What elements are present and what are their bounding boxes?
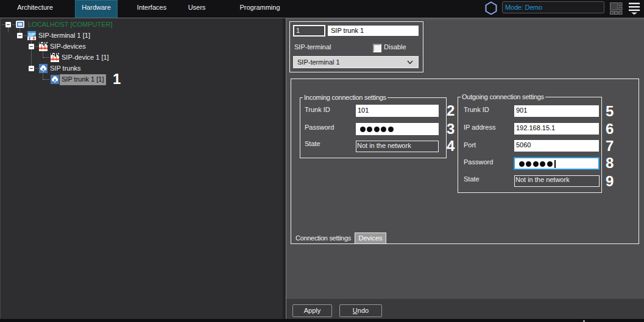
svg-text:SIP: SIP bbox=[28, 32, 35, 37]
